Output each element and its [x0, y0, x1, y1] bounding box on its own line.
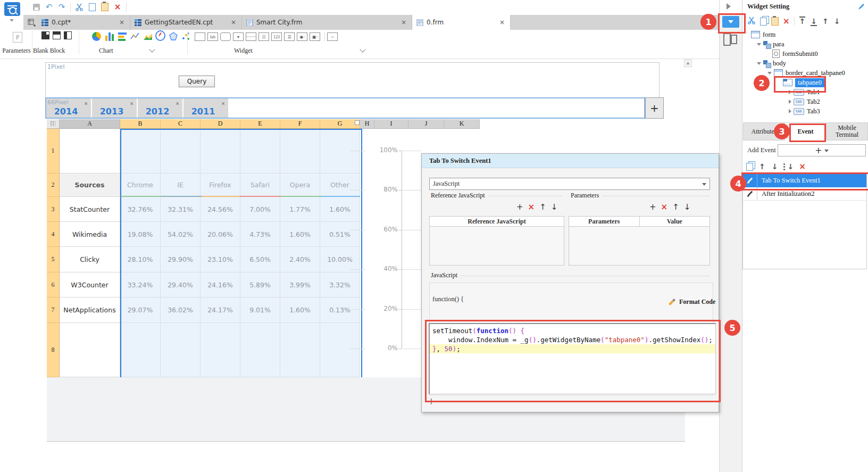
cell-C5[interactable]: 29.90%	[161, 247, 201, 272]
expand-arrow-icon[interactable]	[767, 72, 772, 74]
collapse-panel-icon[interactable]	[727, 3, 731, 10]
cell-C3[interactable]: 32.31%	[161, 197, 201, 222]
cell-G4[interactable]: 0.51%	[320, 222, 360, 247]
cell-G6[interactable]: 3.32%	[320, 272, 360, 297]
cell-A1[interactable]	[60, 129, 120, 173]
undo-icon[interactable]: ↶	[44, 2, 54, 12]
cell-B3[interactable]: 32.76%	[120, 197, 161, 222]
cell-A6[interactable]: W3Counter	[60, 272, 120, 297]
col-header-I[interactable]: I	[374, 119, 408, 129]
paste-icon[interactable]	[99, 2, 110, 12]
cell-B2[interactable]: Chrome	[120, 173, 161, 197]
cell-G8[interactable]	[320, 323, 360, 377]
cell-D8[interactable]	[201, 323, 240, 377]
cell-C4[interactable]: 54.02%	[161, 222, 201, 247]
dock-panel-button[interactable]	[722, 16, 739, 28]
cell-E6[interactable]: 5.89%	[240, 272, 280, 297]
tab-event[interactable]: Event	[785, 122, 827, 140]
col-header-C[interactable]: C	[161, 119, 201, 129]
cell-F1[interactable]	[280, 129, 320, 173]
add-tab-button[interactable]: +	[645, 97, 664, 119]
cell-B1[interactable]	[120, 129, 161, 173]
cell-A8[interactable]	[60, 323, 120, 377]
remove-reference-button[interactable]: ×	[528, 203, 535, 211]
close-tab-icon[interactable]: ×	[118, 19, 126, 26]
cell-E2[interactable]: Safari	[240, 173, 280, 197]
sheet-corner[interactable]	[47, 119, 60, 129]
format-code-button[interactable]: Format Code	[667, 297, 715, 307]
gauge-chart-icon[interactable]	[155, 31, 165, 41]
row-number-8[interactable]: 8	[47, 323, 60, 377]
tab-mobile-terminal[interactable]: Mobile Terminal	[827, 122, 868, 140]
cell-D4[interactable]: 20.06%	[201, 222, 240, 247]
area-chart-icon[interactable]	[143, 31, 153, 41]
radio-group-widget-icon[interactable]: ◉-	[297, 32, 307, 41]
table-widget-icon[interactable]	[246, 32, 256, 41]
delete-icon[interactable]: ×	[112, 2, 123, 12]
expand-arrow-icon[interactable]	[757, 62, 761, 65]
col-header-D[interactable]: D	[201, 119, 240, 129]
edit-event-pencil-icon[interactable]	[743, 190, 757, 197]
bar-chart-icon[interactable]	[104, 31, 114, 41]
split-block-h-icon[interactable]	[53, 31, 61, 39]
add-reference-button[interactable]: +	[516, 203, 523, 211]
move-parameter-down-button[interactable]: ↓	[684, 203, 691, 211]
cell-F6[interactable]: 3.99%	[280, 272, 320, 297]
parameter-pane[interactable]: 1Pixel Query	[45, 62, 660, 100]
cell-F4[interactable]: 1.60%	[280, 222, 320, 247]
split-block-v-icon[interactable]	[64, 31, 72, 39]
tree-item-Tab2[interactable]: tabTab2	[743, 97, 868, 106]
tabpane-strip[interactable]: 66Pixel 2014×2013×2012×2011×	[45, 97, 645, 119]
code-editor[interactable]: setTimeout(function() { window.IndexNum …	[429, 323, 716, 394]
row-number-5[interactable]: 5	[47, 247, 60, 272]
radar-chart-icon[interactable]	[168, 31, 178, 41]
cut-icon[interactable]	[74, 2, 85, 12]
new-tab-icon[interactable]	[28, 19, 36, 27]
close-tab-icon[interactable]: ×	[230, 19, 237, 26]
paste-widget-icon[interactable]	[771, 17, 779, 26]
col-header-E[interactable]: E	[240, 119, 280, 129]
textarea-widget-icon[interactable]: ☰	[284, 32, 295, 41]
move-reference-down-button[interactable]: ↓	[551, 203, 558, 211]
col-header-H[interactable]: H	[360, 119, 374, 129]
move-reference-up-button[interactable]: ↑	[539, 203, 546, 211]
row-number-4[interactable]: 4	[47, 222, 60, 247]
cell-D2[interactable]: Firefox	[201, 173, 240, 197]
query-widget-icon[interactable]: ○	[327, 32, 338, 41]
col-header-G[interactable]: G	[320, 119, 360, 129]
cell-E8[interactable]	[240, 323, 280, 377]
cell-E7[interactable]: 9.01%	[240, 297, 280, 323]
move-parameter-up-button[interactable]: ↑	[672, 203, 679, 211]
close-tab-icon[interactable]: ×	[400, 19, 407, 26]
move-up-icon[interactable]: ↑	[822, 17, 829, 26]
year-tab[interactable]: 2012×	[138, 98, 183, 118]
collapse-arrow-icon[interactable]	[789, 90, 791, 94]
col-header-K[interactable]: K	[444, 119, 480, 129]
move-down-icon[interactable]: ↓	[833, 17, 841, 26]
datepicker-widget-icon[interactable]: ☷	[258, 32, 269, 41]
event-language-select[interactable]: JavaScript	[429, 178, 710, 190]
move-top-icon[interactable]: ↑	[799, 17, 806, 26]
fill-handle[interactable]	[355, 120, 360, 125]
textfield-widget-icon[interactable]	[220, 32, 231, 41]
doc-tab[interactable]: 0.cpt*×	[37, 15, 130, 30]
cell-D5[interactable]: 23.10%	[201, 247, 240, 272]
remove-parameter-button[interactable]: ×	[661, 203, 668, 211]
cell-C2[interactable]: IE	[161, 173, 201, 197]
col-header-F[interactable]: F	[280, 119, 320, 129]
widget-section-caret[interactable]	[357, 47, 365, 55]
checkbox-group-widget-icon[interactable]: ▣-	[310, 32, 320, 41]
cell-E4[interactable]: 4.73%	[240, 222, 280, 247]
cell-F7[interactable]: 1.60%	[280, 297, 320, 323]
row-number-3[interactable]: 3	[47, 197, 60, 222]
event-down-icon[interactable]: ↓	[771, 162, 779, 171]
doc-tab[interactable]: GettingStartedEN.cpt×	[130, 15, 242, 30]
tree-item-formSubmit0[interactable]: formSubmit0	[743, 49, 868, 59]
cell-C8[interactable]	[161, 323, 201, 377]
row-number-6[interactable]: 6	[47, 272, 60, 297]
row-number-2[interactable]: 2	[47, 173, 60, 197]
copy-icon[interactable]	[87, 2, 97, 12]
label-widget-icon[interactable]: lab	[207, 32, 218, 41]
canvas-scroll-up-icon[interactable]: ▲	[684, 59, 692, 67]
parameters-pane-icon[interactable]: P	[13, 32, 22, 43]
